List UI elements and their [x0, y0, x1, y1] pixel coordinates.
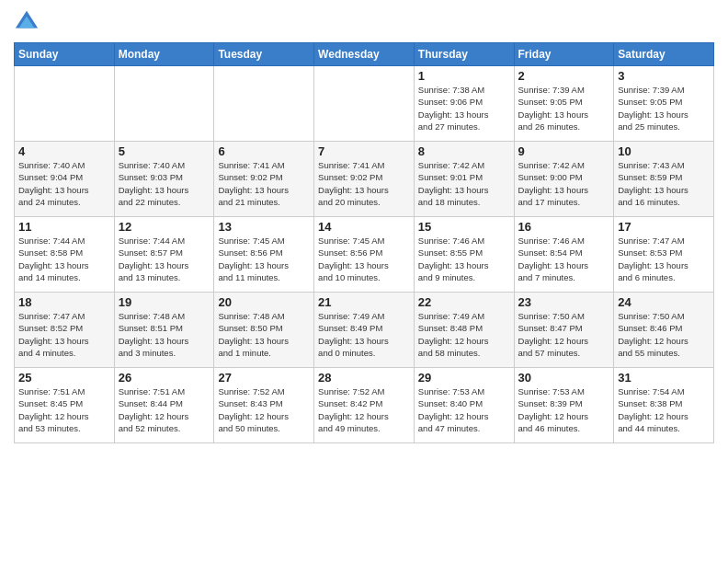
day-info-line: Sunrise: 7:53 AM: [518, 386, 585, 396]
day-info-line: Daylight: 13 hours: [119, 185, 189, 195]
day-info-line: Sunrise: 7:53 AM: [418, 386, 484, 396]
day-info: Sunrise: 7:48 AMSunset: 8:51 PMDaylight:…: [119, 310, 210, 359]
day-number: 3: [618, 69, 710, 83]
day-number: 4: [18, 144, 110, 158]
day-info-line: Sunrise: 7:42 AM: [418, 160, 484, 170]
day-info-line: Daylight: 13 hours: [18, 185, 89, 195]
day-info-line: Daylight: 12 hours: [18, 411, 89, 421]
day-info: Sunrise: 7:40 AMSunset: 9:03 PMDaylight:…: [119, 159, 210, 208]
day-info-line: Sunset: 9:06 PM: [418, 97, 483, 107]
calendar-cell: 3Sunrise: 7:39 AMSunset: 9:05 PMDaylight…: [614, 66, 714, 142]
day-info-line: Sunset: 8:39 PM: [518, 398, 583, 408]
day-info: Sunrise: 7:54 AMSunset: 8:38 PMDaylight:…: [618, 385, 710, 434]
day-info-line: Sunrise: 7:46 AM: [418, 236, 484, 246]
calendar-cell: 5Sunrise: 7:40 AMSunset: 9:03 PMDaylight…: [114, 142, 214, 217]
day-number: 23: [518, 295, 610, 309]
calendar-cell: 10Sunrise: 7:43 AMSunset: 8:59 PMDayligh…: [614, 142, 714, 217]
day-info-line: and 27 minutes.: [418, 121, 481, 132]
header-day-tuesday: Tuesday: [214, 43, 314, 66]
day-info-line: and 11 minutes.: [218, 272, 280, 282]
day-info-line: and 20 minutes.: [318, 197, 381, 207]
day-info-line: and 44 minutes.: [618, 423, 680, 433]
calendar-cell: [214, 66, 314, 142]
week-row-3: 11Sunrise: 7:44 AMSunset: 8:58 PMDayligh…: [15, 217, 714, 293]
day-info: Sunrise: 7:46 AMSunset: 8:55 PMDaylight:…: [418, 235, 510, 283]
day-info-line: and 50 minutes.: [218, 423, 280, 433]
calendar-cell: 20Sunrise: 7:48 AMSunset: 8:50 PMDayligh…: [214, 293, 314, 368]
day-info-line: and 7 minutes.: [518, 272, 575, 282]
day-info-line: Sunset: 8:42 PM: [318, 398, 382, 408]
day-info-line: and 53 minutes.: [18, 423, 81, 433]
day-number: 12: [119, 220, 210, 234]
day-info-line: Daylight: 13 hours: [119, 260, 189, 270]
day-number: 8: [418, 144, 510, 158]
day-number: 16: [518, 220, 610, 234]
day-info-line: Sunset: 8:45 PM: [18, 398, 83, 408]
calendar-cell: 4Sunrise: 7:40 AMSunset: 9:04 PMDaylight…: [15, 142, 115, 217]
day-number: 29: [418, 371, 510, 385]
day-info-line: Sunrise: 7:46 AM: [518, 236, 585, 246]
calendar-cell: 8Sunrise: 7:42 AMSunset: 9:01 PMDaylight…: [414, 142, 514, 217]
day-info-line: Sunset: 8:55 PM: [418, 247, 483, 258]
day-info: Sunrise: 7:38 AMSunset: 9:06 PMDaylight:…: [418, 84, 510, 132]
day-info-line: and 9 minutes.: [418, 272, 475, 282]
header-day-thursday: Thursday: [414, 43, 514, 66]
day-info-line: Sunrise: 7:52 AM: [218, 386, 284, 396]
calendar-cell: 12Sunrise: 7:44 AMSunset: 8:57 PMDayligh…: [114, 217, 214, 293]
day-info-line: Daylight: 13 hours: [418, 260, 489, 270]
calendar-table: SundayMondayTuesdayWednesdayThursdayFrid…: [14, 42, 714, 443]
week-row-2: 4Sunrise: 7:40 AMSunset: 9:04 PMDaylight…: [15, 142, 714, 217]
day-info-line: Sunset: 8:54 PM: [518, 247, 583, 258]
day-number: 30: [518, 371, 610, 385]
day-info-line: Daylight: 12 hours: [518, 411, 589, 421]
calendar-cell: 11Sunrise: 7:44 AMSunset: 8:58 PMDayligh…: [15, 217, 115, 293]
calendar-cell: 15Sunrise: 7:46 AMSunset: 8:55 PMDayligh…: [414, 217, 514, 293]
day-info: Sunrise: 7:53 AMSunset: 8:40 PMDaylight:…: [418, 385, 510, 434]
day-info-line: Daylight: 13 hours: [518, 185, 589, 195]
day-info-line: Daylight: 12 hours: [418, 411, 489, 421]
day-info-line: Sunset: 9:01 PM: [418, 172, 483, 182]
calendar-cell: 27Sunrise: 7:52 AMSunset: 8:43 PMDayligh…: [214, 368, 314, 443]
day-info: Sunrise: 7:42 AMSunset: 9:01 PMDaylight:…: [418, 159, 510, 208]
day-info-line: and 46 minutes.: [518, 423, 581, 433]
day-info-line: Sunrise: 7:45 AM: [318, 236, 384, 246]
day-info-line: Sunset: 8:50 PM: [218, 323, 282, 333]
week-row-1: 1Sunrise: 7:38 AMSunset: 9:06 PMDaylight…: [15, 66, 714, 142]
calendar-cell: 24Sunrise: 7:50 AMSunset: 8:46 PMDayligh…: [614, 293, 714, 368]
day-info-line: Daylight: 12 hours: [218, 411, 289, 421]
day-info-line: Sunset: 8:56 PM: [318, 247, 382, 258]
day-info-line: Daylight: 13 hours: [618, 109, 688, 120]
day-info-line: Sunrise: 7:52 AM: [318, 386, 384, 396]
day-info-line: Sunset: 8:47 PM: [518, 323, 583, 333]
day-info-line: Sunrise: 7:49 AM: [318, 311, 384, 321]
calendar-cell: 29Sunrise: 7:53 AMSunset: 8:40 PMDayligh…: [414, 368, 514, 443]
day-info-line: Daylight: 13 hours: [218, 185, 289, 195]
calendar-cell: 16Sunrise: 7:46 AMSunset: 8:54 PMDayligh…: [514, 217, 614, 293]
day-info-line: Sunrise: 7:48 AM: [218, 311, 284, 321]
calendar-cell: 19Sunrise: 7:48 AMSunset: 8:51 PMDayligh…: [114, 293, 214, 368]
day-info-line: Daylight: 13 hours: [318, 185, 389, 195]
day-info-line: Daylight: 13 hours: [418, 185, 489, 195]
header-day-wednesday: Wednesday: [314, 43, 415, 66]
day-info-line: Sunrise: 7:43 AM: [618, 160, 684, 170]
day-info-line: and 26 minutes.: [518, 121, 581, 132]
day-info-line: Sunset: 9:05 PM: [518, 97, 583, 107]
day-info-line: and 10 minutes.: [318, 272, 381, 282]
day-info: Sunrise: 7:40 AMSunset: 9:04 PMDaylight:…: [18, 159, 110, 208]
day-info-line: Daylight: 13 hours: [218, 336, 289, 346]
day-info-line: Sunset: 9:02 PM: [318, 172, 382, 182]
day-info-line: and 0 minutes.: [318, 348, 375, 358]
calendar-cell: 25Sunrise: 7:51 AMSunset: 8:45 PMDayligh…: [15, 368, 115, 443]
calendar-cell: [314, 66, 415, 142]
day-info-line: and 25 minutes.: [618, 121, 680, 132]
header-day-monday: Monday: [114, 43, 214, 66]
day-info-line: Daylight: 13 hours: [518, 109, 589, 120]
header-row-days: SundayMondayTuesdayWednesdayThursdayFrid…: [15, 43, 714, 66]
day-info-line: Sunrise: 7:50 AM: [518, 311, 585, 321]
day-info-line: Sunset: 9:03 PM: [119, 172, 183, 182]
day-info-line: Daylight: 13 hours: [318, 336, 389, 346]
day-info-line: Sunset: 8:53 PM: [618, 247, 682, 258]
week-row-5: 25Sunrise: 7:51 AMSunset: 8:45 PMDayligh…: [15, 368, 714, 443]
day-info: Sunrise: 7:45 AMSunset: 8:56 PMDaylight:…: [318, 235, 410, 283]
day-info-line: Sunrise: 7:40 AM: [18, 160, 85, 170]
